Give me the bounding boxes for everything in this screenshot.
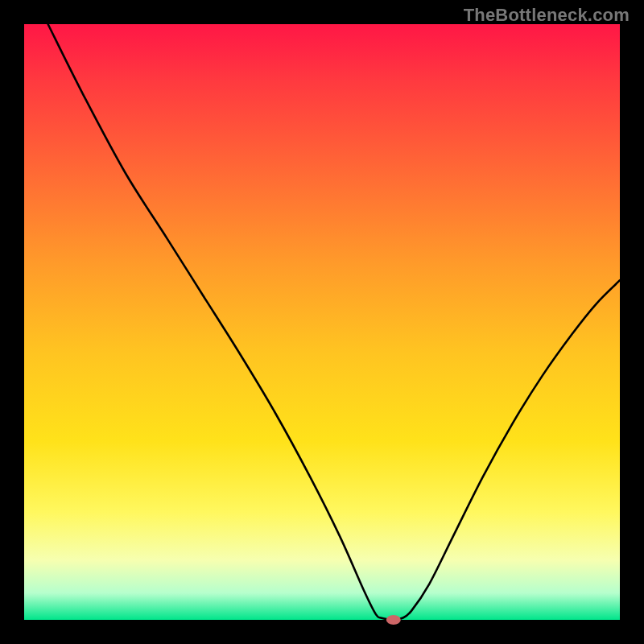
chart-plot-area <box>24 24 620 620</box>
chart-container: TheBottleneck.com <box>0 0 644 644</box>
watermark-text: TheBottleneck.com <box>464 5 630 26</box>
bottleneck-chart <box>0 0 644 644</box>
optimal-point-marker <box>386 615 401 625</box>
